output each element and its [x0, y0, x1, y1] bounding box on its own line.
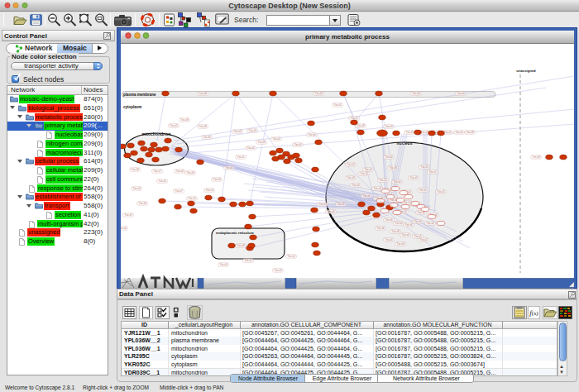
- svg-text:Yxx-x5: Yxx-x5: [437, 190, 445, 194]
- svg-text:Yxx-x3: Yxx-x3: [274, 269, 282, 272]
- svg-text:Yxx-x3: Yxx-x3: [248, 129, 256, 132]
- svg-text:Yxx-x0: Yxx-x0: [308, 133, 316, 136]
- svg-text:nucleus: nucleus: [397, 141, 413, 146]
- svg-text:Yxx-x5: Yxx-x5: [420, 165, 428, 169]
- svg-text:Yxx-x8: Yxx-x8: [356, 124, 365, 127]
- svg-text:Yxx-x5: Yxx-x5: [405, 131, 414, 134]
- svg-text:Yxx-x4: Yxx-x4: [401, 233, 409, 237]
- svg-text:Yxx-x1: Yxx-x1: [419, 189, 427, 192]
- svg-text:Yxx-x8: Yxx-x8: [532, 155, 540, 159]
- svg-text:Yxx-x9: Yxx-x9: [347, 176, 355, 179]
- svg-text:Yxx-x3: Yxx-x3: [205, 189, 213, 192]
- svg-text:Yxx-x0: Yxx-x0: [225, 166, 233, 170]
- svg-text:Yxx-x4: Yxx-x4: [121, 227, 127, 230]
- svg-text:Yxx-x2: Yxx-x2: [272, 137, 280, 141]
- svg-text:Yxx-x3: Yxx-x3: [420, 131, 428, 134]
- svg-text:Yxx-x8: Yxx-x8: [237, 244, 245, 247]
- svg-text:Yxx-x1: Yxx-x1: [237, 155, 245, 159]
- svg-text:Yxx-x5: Yxx-x5: [244, 259, 252, 262]
- svg-text:Yxx-x6: Yxx-x6: [203, 136, 211, 139]
- svg-text:Yxx-x8: Yxx-x8: [389, 166, 397, 170]
- svg-text:Yxx-x7: Yxx-x7: [403, 201, 411, 204]
- svg-text:Yxx-x5: Yxx-x5: [124, 213, 132, 217]
- svg-text:Yxx-x2: Yxx-x2: [170, 124, 178, 127]
- svg-text:mitochondrion: mitochondrion: [142, 131, 171, 136]
- svg-text:Yxx-x5: Yxx-x5: [409, 176, 418, 179]
- svg-text:Yxx-x7: Yxx-x7: [318, 203, 327, 206]
- svg-text:Yxx-x7: Yxx-x7: [175, 189, 183, 193]
- svg-text:cytoplasm: cytoplasm: [123, 105, 141, 109]
- svg-text:Yxx-x9: Yxx-x9: [337, 203, 345, 206]
- svg-text:Yxx-x6: Yxx-x6: [327, 210, 335, 213]
- svg-text:Yxx-x4: Yxx-x4: [352, 184, 360, 187]
- svg-text:Yxx-x1: Yxx-x1: [443, 131, 452, 134]
- svg-text:Yxx-x3: Yxx-x3: [385, 125, 393, 128]
- svg-text:Yxx-x0: Yxx-x0: [385, 155, 393, 159]
- svg-text:Yxx-x1: Yxx-x1: [428, 170, 437, 174]
- svg-text:Yxx-x2: Yxx-x2: [287, 255, 295, 258]
- svg-text:Yxx-x1: Yxx-x1: [350, 117, 358, 120]
- svg-text:Yxx-x2: Yxx-x2: [246, 146, 255, 150]
- svg-text:Yxx-x6: Yxx-x6: [233, 130, 242, 133]
- svg-text:Yxx-x0: Yxx-x0: [457, 92, 465, 95]
- svg-text:Yxx-x9: Yxx-x9: [213, 178, 221, 181]
- svg-text:Yxx-x6: Yxx-x6: [376, 227, 385, 230]
- svg-text:Yxx-x4: Yxx-x4: [373, 187, 381, 190]
- svg-text:Yxx-x5: Yxx-x5: [333, 103, 342, 107]
- svg-text:Yxx-x1: Yxx-x1: [379, 179, 387, 182]
- svg-text:unassigned: unassigned: [516, 69, 536, 73]
- svg-text:Yxx-x0: Yxx-x0: [360, 172, 368, 175]
- svg-text:Yxx-x5: Yxx-x5: [294, 143, 302, 146]
- svg-text:Yxx-x8: Yxx-x8: [391, 230, 400, 233]
- svg-text:Yxx-x5: Yxx-x5: [455, 131, 463, 134]
- svg-text:Yxx-x8: Yxx-x8: [199, 92, 207, 95]
- svg-text:Yxx-x2: Yxx-x2: [419, 238, 428, 241]
- svg-text:Yxx-x3: Yxx-x3: [414, 220, 422, 223]
- svg-text:Yxx-x8: Yxx-x8: [257, 141, 266, 144]
- svg-text:Yxx-x8: Yxx-x8: [131, 168, 139, 171]
- svg-text:Yxx-x2: Yxx-x2: [395, 222, 403, 225]
- svg-text:Yxx-x0: Yxx-x0: [219, 263, 227, 266]
- svg-text:plasma membrane: plasma membrane: [123, 93, 156, 97]
- svg-text:Yxx-x6: Yxx-x6: [385, 218, 393, 222]
- svg-text:Yxx-x6: Yxx-x6: [404, 223, 413, 227]
- svg-text:Yxx-x8: Yxx-x8: [199, 125, 207, 128]
- svg-text:Yxx-x3: Yxx-x3: [347, 163, 355, 166]
- svg-text:Yxx-x2: Yxx-x2: [188, 197, 196, 200]
- svg-text:Yxx-x8: Yxx-x8: [180, 118, 189, 122]
- svg-text:Yxx-x0: Yxx-x0: [364, 168, 372, 171]
- svg-text:Yxx-x5: Yxx-x5: [158, 179, 166, 183]
- svg-text:Yxx-x9: Yxx-x9: [186, 171, 194, 174]
- svg-text:Yxx-x0: Yxx-x0: [426, 222, 434, 225]
- svg-text:Yxx-x8: Yxx-x8: [314, 92, 323, 95]
- svg-text:Yxx-x0: Yxx-x0: [393, 180, 401, 184]
- svg-text:Yxx-x8: Yxx-x8: [138, 202, 146, 205]
- svg-text:Yxx-x3: Yxx-x3: [132, 187, 141, 190]
- svg-text:Yxx-x6: Yxx-x6: [412, 92, 420, 95]
- svg-text:Yxx-x4: Yxx-x4: [175, 170, 184, 173]
- svg-text:Yxx-x0: Yxx-x0: [362, 194, 371, 198]
- svg-text:Yxx-x0: Yxx-x0: [385, 238, 393, 241]
- svg-text:endoplasmic reticulum: endoplasmic reticulum: [216, 231, 254, 235]
- svg-text:Yxx-x9: Yxx-x9: [396, 242, 404, 246]
- svg-text:Yxx-x7: Yxx-x7: [153, 170, 161, 173]
- svg-text:Yxx-x8: Yxx-x8: [466, 131, 474, 134]
